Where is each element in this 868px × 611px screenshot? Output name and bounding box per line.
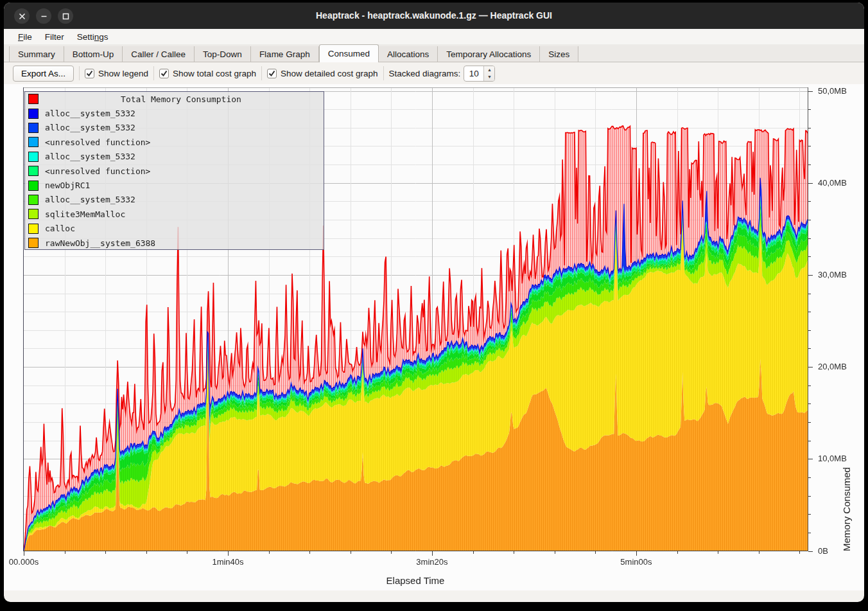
legend-swatch xyxy=(28,94,39,104)
legend-swatch xyxy=(28,224,39,234)
tab-bar: Summary Bottom-Up Caller / Callee Top-Do… xyxy=(4,44,864,62)
app-window: Heaptrack - heaptrack.wakunode.1.gz — He… xyxy=(4,3,864,602)
legend-swatch xyxy=(28,152,39,162)
legend-item: alloc__system_5332 xyxy=(25,121,324,135)
legend-label: calloc xyxy=(45,224,75,233)
legend-swatch xyxy=(28,209,39,219)
tab-sizes[interactable]: Sizes xyxy=(540,46,578,62)
stacked-diagrams-label: Stacked diagrams: xyxy=(389,69,461,78)
checkbox-icon xyxy=(267,69,277,78)
legend-label: sqlite3MemMalloc xyxy=(45,209,125,219)
toolbar-separator xyxy=(383,66,384,80)
spin-down-icon[interactable]: ▼ xyxy=(484,73,494,81)
toolbar-separator xyxy=(79,66,80,80)
legend-swatch xyxy=(28,195,39,205)
spinbox-buttons[interactable]: ▲ ▼ xyxy=(483,66,494,81)
toolbar: Export As... Show legend Show total cost… xyxy=(4,62,864,84)
legend-swatch xyxy=(28,109,39,119)
menu-filter[interactable]: Filter xyxy=(39,31,71,43)
chart-legend: Total Memory Consumptionalloc__system_53… xyxy=(24,91,324,250)
tab-temporary-allocations[interactable]: Temporary Allocations xyxy=(438,46,540,62)
tab-flame-graph[interactable]: Flame Graph xyxy=(251,46,319,62)
legend-item: <unresolved function> xyxy=(25,135,324,149)
show-total-cost-checkbox[interactable]: Show total cost graph xyxy=(159,69,256,78)
stacked-diagrams-spinbox[interactable]: 10 ▲ ▼ xyxy=(464,66,495,82)
legend-label: <unresolved function> xyxy=(45,137,150,147)
tab-summary[interactable]: Summary xyxy=(9,46,64,62)
y-axis-title: Memory Consumed xyxy=(841,84,852,551)
x-tick-label: 5min00s xyxy=(620,557,652,567)
checkbox-icon xyxy=(159,69,169,78)
legend-label: <unresolved function> xyxy=(45,166,150,176)
chart-area: Total Memory Consumptionalloc__system_53… xyxy=(4,84,864,590)
legend-label: alloc__system_5332 xyxy=(45,123,135,132)
legend-item: <unresolved function> xyxy=(25,164,324,178)
legend-label: alloc__system_5332 xyxy=(45,152,135,161)
legend-item: rawNewObj__system_6388 xyxy=(25,236,324,250)
legend-item: alloc__system_5332 xyxy=(25,150,324,164)
show-detailed-cost-checkbox[interactable]: Show detailed cost graph xyxy=(267,69,378,78)
legend-label: alloc__system_5332 xyxy=(45,195,135,204)
x-axis-title: Elapsed Time xyxy=(386,575,445,586)
legend-item: calloc xyxy=(25,222,324,236)
spin-up-icon[interactable]: ▲ xyxy=(484,66,494,74)
y-tick-label: 0B xyxy=(818,546,828,556)
legend-swatch xyxy=(28,137,39,147)
x-tick-label: 00.000s xyxy=(9,557,39,567)
title-bar: Heaptrack - heaptrack.wakunode.1.gz — He… xyxy=(4,3,864,29)
tab-caller-callee[interactable]: Caller / Callee xyxy=(123,46,195,62)
legend-item: Total Memory Consumption xyxy=(25,92,324,106)
checkbox-icon xyxy=(85,69,94,78)
toolbar-separator xyxy=(153,66,154,80)
legend-swatch xyxy=(28,238,39,248)
export-as-button[interactable]: Export As... xyxy=(13,66,74,82)
tab-bottom-up[interactable]: Bottom-Up xyxy=(64,46,123,62)
legend-item: sqlite3MemMalloc xyxy=(25,207,324,221)
spinbox-value: 10 xyxy=(464,66,483,81)
tab-top-down[interactable]: Top-Down xyxy=(195,46,251,62)
legend-swatch xyxy=(28,123,39,133)
tab-allocations[interactable]: Allocations xyxy=(379,46,438,62)
x-tick-label: 3min20s xyxy=(416,557,447,567)
menu-bar: File Filter Settings xyxy=(4,29,864,44)
show-legend-checkbox[interactable]: Show legend xyxy=(85,69,148,78)
window-title: Heaptrack - heaptrack.wakunode.1.gz — He… xyxy=(4,3,864,29)
legend-swatch xyxy=(28,166,39,176)
tab-consumed[interactable]: Consumed xyxy=(319,44,379,62)
legend-item: alloc__system_5332 xyxy=(25,193,324,207)
toolbar-separator xyxy=(261,66,262,80)
legend-label: alloc__system_5332 xyxy=(45,109,135,118)
menu-settings[interactable]: Settings xyxy=(71,31,115,43)
legend-label: newObjRC1 xyxy=(45,181,90,190)
menu-file[interactable]: File xyxy=(12,31,39,43)
legend-swatch xyxy=(28,181,39,191)
legend-label: rawNewObj__system_6388 xyxy=(45,238,155,248)
legend-label: Total Memory Consumption xyxy=(39,94,324,104)
legend-item: newObjRC1 xyxy=(25,178,324,192)
legend-item: alloc__system_5332 xyxy=(25,106,324,120)
x-tick-label: 1min40s xyxy=(212,557,243,567)
